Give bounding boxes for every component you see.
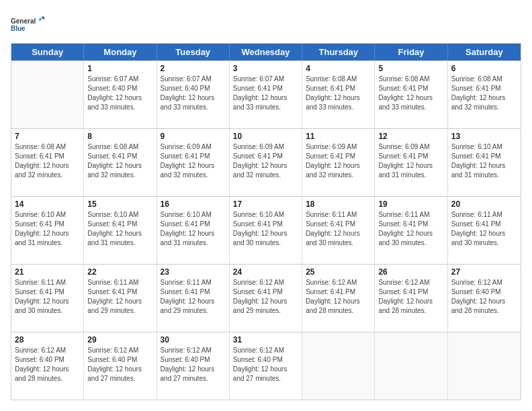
calendar-day-header: Friday xyxy=(375,44,447,60)
calendar-week-row: 14Sunrise: 6:10 AMSunset: 6:41 PMDayligh… xyxy=(11,196,521,264)
day-info: Sunrise: 6:12 AMSunset: 6:40 PMDaylight:… xyxy=(161,346,226,383)
calendar-day-cell: 1Sunrise: 6:07 AMSunset: 6:40 PMDaylight… xyxy=(84,61,157,128)
day-number: 21 xyxy=(15,267,80,277)
day-info: Sunrise: 6:12 AMSunset: 6:41 PMDaylight:… xyxy=(306,278,371,316)
day-number: 14 xyxy=(15,199,80,209)
calendar-day-cell: 3Sunrise: 6:07 AMSunset: 6:41 PMDaylight… xyxy=(230,61,302,128)
day-number: 9 xyxy=(161,132,226,141)
calendar-week-row: 21Sunrise: 6:11 AMSunset: 6:41 PMDayligh… xyxy=(11,264,521,332)
day-number: 7 xyxy=(15,132,80,141)
page: General Blue SundayMondayTuesdayWednesda… xyxy=(0,0,532,411)
calendar-day-cell: 23Sunrise: 6:11 AMSunset: 6:41 PMDayligh… xyxy=(157,265,230,332)
day-number: 11 xyxy=(306,132,371,141)
day-info: Sunrise: 6:07 AMSunset: 6:41 PMDaylight:… xyxy=(233,75,298,112)
day-number: 23 xyxy=(161,267,226,277)
calendar-day-cell: 31Sunrise: 6:12 AMSunset: 6:40 PMDayligh… xyxy=(230,332,302,400)
day-info: Sunrise: 6:08 AMSunset: 6:41 PMDaylight:… xyxy=(87,142,152,180)
day-info: Sunrise: 6:12 AMSunset: 6:41 PMDaylight:… xyxy=(378,278,443,316)
day-info: Sunrise: 6:09 AMSunset: 6:41 PMDaylight:… xyxy=(161,142,226,180)
day-info: Sunrise: 6:09 AMSunset: 6:41 PMDaylight:… xyxy=(306,142,371,180)
day-number: 13 xyxy=(451,132,517,141)
day-info: Sunrise: 6:10 AMSunset: 6:41 PMDaylight:… xyxy=(87,210,152,248)
day-number: 24 xyxy=(233,267,298,277)
day-number: 8 xyxy=(87,132,152,141)
calendar-day-cell: 17Sunrise: 6:10 AMSunset: 6:41 PMDayligh… xyxy=(230,197,302,264)
calendar-day-cell: 30Sunrise: 6:12 AMSunset: 6:40 PMDayligh… xyxy=(157,332,230,400)
calendar-day-cell: 21Sunrise: 6:11 AMSunset: 6:41 PMDayligh… xyxy=(11,265,84,332)
day-info: Sunrise: 6:11 AMSunset: 6:41 PMDaylight:… xyxy=(451,210,517,248)
day-info: Sunrise: 6:12 AMSunset: 6:41 PMDaylight:… xyxy=(233,278,298,316)
calendar-day-cell: 7Sunrise: 6:08 AMSunset: 6:41 PMDaylight… xyxy=(11,129,84,196)
day-number: 31 xyxy=(233,335,298,345)
calendar-day-cell: 12Sunrise: 6:09 AMSunset: 6:41 PMDayligh… xyxy=(375,129,447,196)
day-info: Sunrise: 6:12 AMSunset: 6:40 PMDaylight:… xyxy=(15,346,80,383)
svg-text:Blue: Blue xyxy=(11,25,26,32)
day-info: Sunrise: 6:08 AMSunset: 6:41 PMDaylight:… xyxy=(378,75,443,112)
calendar-day-cell: 14Sunrise: 6:10 AMSunset: 6:41 PMDayligh… xyxy=(11,197,84,264)
day-info: Sunrise: 6:10 AMSunset: 6:41 PMDaylight:… xyxy=(233,210,298,248)
calendar-day-header: Sunday xyxy=(11,44,84,60)
calendar-day-cell: 10Sunrise: 6:09 AMSunset: 6:41 PMDayligh… xyxy=(230,129,302,196)
calendar-week-row: 7Sunrise: 6:08 AMSunset: 6:41 PMDaylight… xyxy=(11,128,521,196)
day-number: 1 xyxy=(87,64,152,73)
calendar-day-cell: 16Sunrise: 6:10 AMSunset: 6:41 PMDayligh… xyxy=(157,197,230,264)
calendar-day-cell: 8Sunrise: 6:08 AMSunset: 6:41 PMDaylight… xyxy=(84,129,157,196)
calendar-day-cell xyxy=(11,61,84,128)
calendar-day-cell xyxy=(448,332,521,400)
calendar-day-cell: 9Sunrise: 6:09 AMSunset: 6:41 PMDaylight… xyxy=(157,129,230,196)
day-number: 18 xyxy=(306,199,371,209)
calendar-day-cell: 6Sunrise: 6:08 AMSunset: 6:41 PMDaylight… xyxy=(448,61,521,128)
calendar-day-cell: 27Sunrise: 6:12 AMSunset: 6:40 PMDayligh… xyxy=(448,265,521,332)
calendar-day-cell: 13Sunrise: 6:10 AMSunset: 6:41 PMDayligh… xyxy=(448,129,521,196)
logo-svg: General Blue xyxy=(11,11,44,38)
day-number: 4 xyxy=(306,64,371,73)
calendar-day-cell xyxy=(302,332,375,400)
day-info: Sunrise: 6:07 AMSunset: 6:40 PMDaylight:… xyxy=(161,75,226,112)
day-info: Sunrise: 6:11 AMSunset: 6:41 PMDaylight:… xyxy=(87,278,152,316)
day-number: 22 xyxy=(87,267,152,277)
day-number: 26 xyxy=(378,267,443,277)
calendar-day-cell: 24Sunrise: 6:12 AMSunset: 6:41 PMDayligh… xyxy=(230,265,302,332)
day-number: 25 xyxy=(306,267,371,277)
calendar-day-cell: 19Sunrise: 6:11 AMSunset: 6:41 PMDayligh… xyxy=(375,197,447,264)
day-number: 15 xyxy=(87,199,152,209)
day-number: 29 xyxy=(87,335,152,345)
day-info: Sunrise: 6:12 AMSunset: 6:40 PMDaylight:… xyxy=(233,346,298,383)
day-info: Sunrise: 6:10 AMSunset: 6:41 PMDaylight:… xyxy=(451,142,517,180)
calendar-week-row: 28Sunrise: 6:12 AMSunset: 6:40 PMDayligh… xyxy=(11,332,521,400)
day-number: 3 xyxy=(233,64,298,73)
svg-text:General: General xyxy=(11,17,36,25)
calendar-day-header: Thursday xyxy=(302,44,375,60)
day-info: Sunrise: 6:10 AMSunset: 6:41 PMDaylight:… xyxy=(161,210,226,248)
calendar-day-cell: 15Sunrise: 6:10 AMSunset: 6:41 PMDayligh… xyxy=(84,197,157,264)
day-number: 17 xyxy=(233,199,298,209)
day-info: Sunrise: 6:11 AMSunset: 6:41 PMDaylight:… xyxy=(306,210,371,248)
calendar-day-cell: 11Sunrise: 6:09 AMSunset: 6:41 PMDayligh… xyxy=(302,129,375,196)
calendar-day-cell: 25Sunrise: 6:12 AMSunset: 6:41 PMDayligh… xyxy=(302,265,375,332)
day-number: 5 xyxy=(378,64,443,73)
day-number: 28 xyxy=(15,335,80,345)
day-info: Sunrise: 6:09 AMSunset: 6:41 PMDaylight:… xyxy=(233,142,298,180)
logo: General Blue xyxy=(11,11,44,38)
calendar-day-header: Wednesday xyxy=(230,44,302,60)
day-info: Sunrise: 6:11 AMSunset: 6:41 PMDaylight:… xyxy=(161,278,226,316)
day-number: 19 xyxy=(378,199,443,209)
calendar-day-header: Saturday xyxy=(448,44,521,60)
day-info: Sunrise: 6:10 AMSunset: 6:41 PMDaylight:… xyxy=(15,210,80,248)
day-info: Sunrise: 6:11 AMSunset: 6:41 PMDaylight:… xyxy=(378,210,443,248)
calendar-week-row: 1Sunrise: 6:07 AMSunset: 6:40 PMDaylight… xyxy=(11,60,521,128)
calendar-day-cell xyxy=(375,332,447,400)
day-number: 16 xyxy=(161,199,226,209)
calendar-header: SundayMondayTuesdayWednesdayThursdayFrid… xyxy=(11,44,521,60)
svg-marker-3 xyxy=(40,18,43,21)
header: General Blue xyxy=(11,11,521,38)
calendar-day-cell: 5Sunrise: 6:08 AMSunset: 6:41 PMDaylight… xyxy=(375,61,447,128)
day-info: Sunrise: 6:08 AMSunset: 6:41 PMDaylight:… xyxy=(306,75,371,112)
day-number: 12 xyxy=(378,132,443,141)
day-number: 20 xyxy=(451,199,517,209)
day-number: 6 xyxy=(451,64,517,73)
day-info: Sunrise: 6:12 AMSunset: 6:40 PMDaylight:… xyxy=(451,278,517,316)
calendar-day-cell: 29Sunrise: 6:12 AMSunset: 6:40 PMDayligh… xyxy=(84,332,157,400)
day-info: Sunrise: 6:12 AMSunset: 6:40 PMDaylight:… xyxy=(87,346,152,383)
calendar-day-cell: 22Sunrise: 6:11 AMSunset: 6:41 PMDayligh… xyxy=(84,265,157,332)
